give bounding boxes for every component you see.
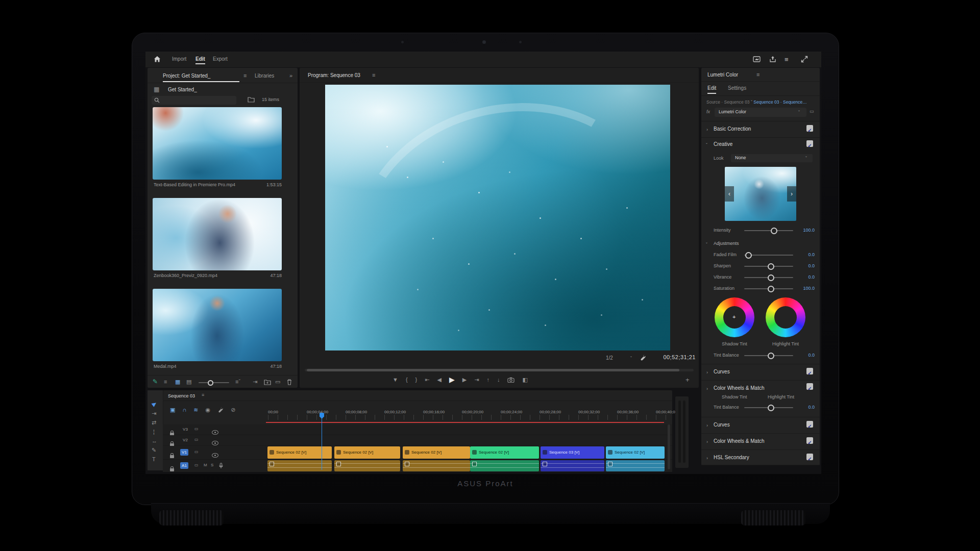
quick-export-icon[interactable] [753,56,761,63]
go-to-out-icon[interactable]: ⇥ [474,377,479,383]
tint-balance-sub-value[interactable]: 0.0 [799,405,815,410]
faded-film-value[interactable]: 0.0 [799,252,815,257]
sync-lock-icon[interactable]: ▭ [194,427,199,431]
tab-import[interactable]: Import [172,56,186,62]
clip-name[interactable]: Text-Based Editing in Premiere Pro.mp4 [154,182,256,187]
audio-clip[interactable] [470,460,539,471]
look-prev-arrow[interactable]: ‹ [725,186,734,202]
track-name-v2[interactable]: V2 [181,437,189,443]
saturation-slider[interactable] [744,288,793,289]
export-frame-icon[interactable] [507,377,514,383]
panel-menu-icon[interactable]: ≡ [202,393,204,397]
intensity-slider[interactable] [744,230,793,231]
adjustments-header[interactable]: Adjustments [714,241,739,246]
program-scrollbar[interactable] [305,369,694,371]
track-output-eye-icon[interactable] [212,430,218,435]
razor-tool[interactable]: ¦ [153,429,155,435]
track-lock-icon[interactable] [170,468,174,471]
sort-icon[interactable]: ≡ˇ [235,379,240,385]
audio-clip[interactable] [541,460,604,471]
lift-icon[interactable]: ↑ [486,377,489,383]
track-name-a1[interactable]: A1 [180,462,188,469]
hsl-secondary-checkbox[interactable] [806,454,813,460]
type-tool[interactable]: T [152,457,156,462]
saturation-value[interactable]: 100.0 [799,286,815,291]
add-button-icon[interactable]: + [685,377,690,383]
selection-tool[interactable]: ▶ [151,400,158,408]
timeline-vscrollbar[interactable] [668,424,670,469]
thumbnail-zoom-slider[interactable] [199,382,229,383]
timeline-clip[interactable]: Sequence 02 [V] [267,446,332,459]
sync-lock-icon[interactable]: ▭ [194,438,199,442]
workspace-menu-icon[interactable]: ≡ [785,56,789,63]
playhead-line[interactable] [322,418,322,470]
clip-thumbnail[interactable] [153,289,282,361]
zoom-level-select[interactable]: 1/2 [606,355,613,361]
lumetri-panel-tab[interactable]: Lumetri Color [707,72,738,78]
libraries-panel-tab[interactable]: Libraries [255,73,274,79]
section-color-wheels-match-2[interactable]: Color Wheels & Match [714,438,764,444]
clip-thumbnail[interactable] [153,198,282,270]
settings-wrench-icon[interactable] [640,354,646,361]
color-wheels-2-checkbox[interactable] [806,437,813,444]
look-preview[interactable]: ‹ › [725,167,796,221]
captions-icon[interactable]: ⊘ [231,407,235,413]
track-name-v1[interactable]: V1 [180,449,188,456]
go-to-in-icon[interactable]: ⇤ [425,377,429,383]
program-video[interactable] [325,85,670,350]
section-hsl-secondary[interactable]: HSL Secondary [714,455,749,460]
step-forward-icon[interactable]: ▶ [462,377,467,383]
section-curves[interactable]: Curves [714,369,730,374]
clip-source-row[interactable]: Source · Sequence 03 ˇ Sequence 03 · Seq… [706,99,816,105]
panel-menu-icon[interactable]: ≡ [756,72,760,78]
curves-2-checkbox[interactable] [806,421,813,428]
timeline-clip[interactable]: Sequence 03 [V] [541,446,604,459]
new-bin-icon[interactable] [264,379,271,385]
more-panels-icon[interactable]: » [289,73,292,79]
intensity-value[interactable]: 100.0 [799,228,815,233]
sharpen-value[interactable]: 0.0 [799,263,815,268]
chevron-right-icon[interactable]: › [706,370,708,375]
comparison-view-icon[interactable]: ◧ [522,377,527,383]
automate-sequence-icon[interactable]: ⇥ [253,379,257,385]
clip-name[interactable]: Medal.mp4 [154,364,256,369]
timeline-clip[interactable]: Sequence 02 [V] [470,446,539,459]
program-panel-tab[interactable]: Program: Sequence 03 [308,72,360,78]
track-output-eye-icon[interactable] [212,441,218,445]
audio-clip[interactable] [267,460,332,471]
snap-icon[interactable]: ∩ [182,407,186,413]
chevron-right-icon[interactable]: › [706,456,708,461]
shadow-tint-wheel[interactable]: + [715,297,754,337]
mute-button[interactable]: M [204,463,207,467]
share-icon[interactable] [769,56,776,63]
mark-in-icon[interactable]: { [406,377,408,383]
tint-balance-slider[interactable] [744,355,793,356]
sharpen-slider[interactable] [744,266,793,267]
curves-checkbox[interactable] [806,368,813,374]
audio-clip[interactable] [403,460,470,471]
creative-checkbox[interactable] [806,140,813,147]
slip-tool[interactable]: ↔ [152,438,157,444]
bin-name[interactable]: Get Started_ [168,87,197,92]
chevron-down-icon[interactable]: ˇ [706,242,707,247]
list-view-icon[interactable]: ≡ [164,379,167,385]
bin-view-icon[interactable]: ▦ [154,86,159,92]
color-wheels-checkbox[interactable] [806,383,813,390]
voiceover-mic-icon[interactable] [219,463,223,469]
extract-icon[interactable]: ↓ [497,377,500,383]
sync-lock-icon[interactable]: ▭ [194,463,199,467]
sequence-tab[interactable]: Sequence 03 [168,393,195,398]
audio-clip[interactable] [606,460,665,471]
freeform-view-icon[interactable]: ▤ [186,379,191,385]
chevron-right-icon[interactable]: › [706,439,708,444]
vibrance-slider[interactable] [744,277,793,278]
nest-sequence-icon[interactable]: ▣ [170,407,175,413]
project-panel-tab[interactable]: Project: Get Started_ [163,73,239,82]
add-marker-icon[interactable]: ◉ [206,407,211,413]
clip-name[interactable]: Zenbook360_Previz_0920.mp4 [154,273,256,278]
solo-button[interactable]: S [211,463,213,467]
track-name-v3[interactable]: V3 [181,426,189,433]
pen-tool[interactable]: ✎ [152,447,156,453]
play-button[interactable]: ▶ [449,376,455,383]
sync-lock-icon[interactable]: ▭ [194,450,199,454]
